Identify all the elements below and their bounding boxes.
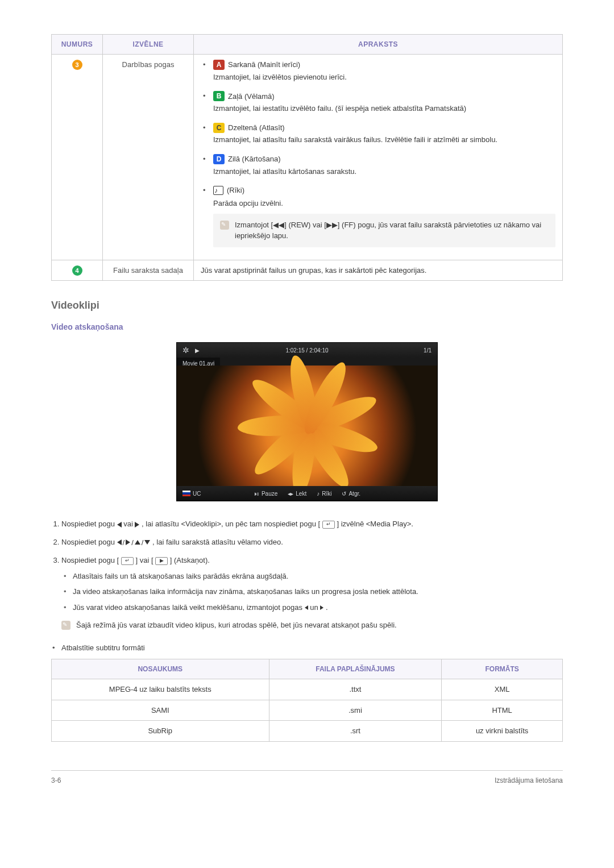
nav-arrows-icon: /// (117, 537, 151, 549)
section-subtitle: Video atskaņošana (51, 321, 563, 333)
table-row: 4 Failu saraksta sadaļa Jūs varat apstip… (52, 260, 563, 281)
row4-desc: Jūs varat apstiprināt failus un grupas, … (194, 260, 563, 281)
cell: MPEG-4 uz laiku balstīts teksts (52, 679, 269, 700)
s3-c: ] (Atskaņot). (170, 556, 210, 564)
table-row: SAMI .smi HTML (52, 700, 563, 721)
cell: uz virkni balstīts (442, 721, 563, 742)
green-b-icon: B (213, 91, 225, 101)
jump-label: Lekt (296, 489, 306, 498)
cell: .srt (269, 721, 442, 742)
step-3: Nospiediet pogu [ ↵ ] vai [ ▶ ] (Atskaņo… (61, 555, 563, 633)
tools-small-icon: ♪ (317, 489, 320, 498)
btn-b-desc: Izmantojiet, lai iestatītu izvēlēto fail… (213, 103, 555, 114)
s3-a: Nospiediet pogu [ (61, 556, 119, 564)
jump-icon: ◂▸ (288, 489, 293, 498)
s1-c: , lai atlasītu <Videoklipi>, un pēc tam … (142, 520, 320, 528)
table-row: 3 Darbības pogas A Sarkanā (Mainīt ierīc… (52, 55, 563, 260)
steps-list: Nospiediet pogu vai , lai atlasītu <Vide… (61, 518, 563, 633)
red-a-icon: A (213, 60, 225, 70)
note-rew-ff: Izmantojot [◀◀] (REW) vai [▶▶] (FF) pogu… (213, 214, 555, 247)
s3s3-a: Jūs varat video atskaņošanas laikā veikt… (73, 603, 305, 612)
table-row: MPEG-4 uz laiku balstīts teksts .ttxt XM… (52, 679, 563, 700)
tools-label: Rīki (322, 489, 331, 498)
pause-label: Pauze (262, 489, 277, 498)
reel-icon: ✲ (182, 344, 189, 356)
s2-b: , lai failu sarakstā atlasītu vēlamo vid… (152, 538, 283, 546)
flag-icon (182, 491, 190, 496)
row3-menu: Darbības pogas (103, 55, 194, 260)
s3-b: ] vai [ (135, 556, 153, 564)
s1-d: ] izvēlnē <Media Play>. (337, 520, 413, 528)
subtitle-format-table: NOSAUKUMS FAILA PAPLAŠINĀJUMS FORMĀTS MP… (51, 659, 563, 742)
action-buttons-list: A Sarkanā (Mainīt ierīci) Izmantojiet, l… (201, 59, 555, 247)
main-table: NUMURS IZVĒLNE APRAKSTS 3 Darbības pogas… (51, 34, 563, 281)
pause-icon: ⏯ (254, 489, 259, 498)
left-arrow-icon (117, 522, 122, 528)
return-icon: ↺ (342, 489, 346, 498)
return-label: Atgr. (349, 489, 360, 498)
yellow-c-icon: C (213, 123, 225, 133)
mode-note: Šajā režīmā jūs varat izbaudīt video kli… (61, 617, 563, 633)
th-fmt: FORMĀTS (442, 659, 563, 679)
right-arrow-icon (135, 522, 139, 528)
enter-key-icon: ↵ (322, 521, 335, 529)
step-1: Nospiediet pogu vai , lai atlasītu <Vide… (61, 518, 563, 530)
blue-d-icon: D (213, 154, 225, 164)
btn-c-label: Dzeltenā (Atlasīt) (228, 122, 285, 134)
section-title: Videoklipi (51, 298, 563, 313)
row4-menu: Failu saraksta sadaļa (103, 260, 194, 281)
s3s3-b: un (310, 603, 320, 612)
cell: .smi (269, 700, 442, 721)
btn-d-desc: Izmantojiet, lai atlasītu kārtošanas sar… (213, 166, 555, 177)
tools-icon (213, 186, 223, 195)
cell: HTML (442, 700, 563, 721)
btn-tools-desc: Parāda opciju izvēlni. (213, 198, 555, 209)
cell: .ttxt (269, 679, 442, 700)
btn-a-desc: Izmantojiet, lai izvēlētos pievienotu ie… (213, 72, 555, 83)
play-key-icon: ▶ (155, 557, 168, 565)
playback-time: 1:02:15 / 2:04:10 (285, 346, 328, 355)
step3-sub1: Atlasītais fails un tā atskaņošanas laik… (64, 571, 563, 582)
step3-sub2: Ja video atskaņošanas laika informācija … (64, 586, 563, 597)
footer-right: Izstrādājuma lietošana (495, 775, 563, 786)
btn-b-label: Zaļā (Vēlamā) (228, 91, 275, 102)
note-icon (61, 621, 70, 630)
step-2: Nospiediet pogu /// , lai failu sarakstā… (61, 537, 563, 548)
subs-intro: Atbalstītie subtitru formāti (51, 642, 563, 654)
small-left-arrow-icon (305, 605, 308, 610)
s2-a: Nospiediet pogu (61, 538, 117, 546)
btn-d-label: Zilā (Kārtošana) (228, 153, 280, 165)
btn-a-label: Sarkanā (Mainīt ierīci) (228, 59, 300, 70)
note-rew-ff-text: Izmantojot [◀◀] (REW) vai [▶▶] (FF) pogu… (235, 219, 549, 242)
cell: SAMI (52, 700, 269, 721)
s1-a: Nospiediet pogu (61, 520, 117, 528)
btn-c-desc: Izmantojiet, lai atlasītu failu sarakstā… (213, 134, 555, 146)
footer-left: 3-6 (51, 775, 61, 786)
th-desc: APRAKSTS (194, 35, 563, 55)
play-icon: ▶ (195, 346, 200, 355)
s1-b: vai (123, 520, 135, 528)
cell: XML (442, 679, 563, 700)
video-player-screenshot: ✲ ▶ 1:02:15 / 2:04:10 1/1 Movie 01.avi U… (176, 342, 438, 501)
th-num: NUMURS (52, 35, 103, 55)
video-frame (177, 366, 437, 486)
small-right-arrow-icon (320, 605, 323, 610)
th-menu: IZVĒLNE (103, 35, 194, 55)
step3-sub3: Jūs varat video atskaņošanas laikā veikt… (64, 602, 563, 613)
enter-key-icon: ↵ (121, 557, 134, 565)
btn-tools-label: (Rīki) (227, 185, 244, 196)
playback-index: 1/1 (424, 346, 432, 355)
th-name: NOSAUKUMS (52, 659, 269, 679)
mode-note-text: Šajā režīmā jūs varat izbaudīt video kli… (76, 620, 397, 631)
th-ext: FAILA PAPLAŠINĀJUMS (269, 659, 442, 679)
table-row: SubRip .srt uz virkni balstīts (52, 721, 563, 742)
note-icon (220, 221, 229, 230)
s3s3-c: . (326, 603, 328, 612)
page-footer: 3-6 Izstrādājuma lietošana (51, 770, 563, 786)
lang-code: UC (193, 489, 201, 498)
marker-3-icon: 3 (72, 60, 82, 70)
marker-4-icon: 4 (72, 265, 82, 276)
cell: SubRip (52, 721, 269, 742)
